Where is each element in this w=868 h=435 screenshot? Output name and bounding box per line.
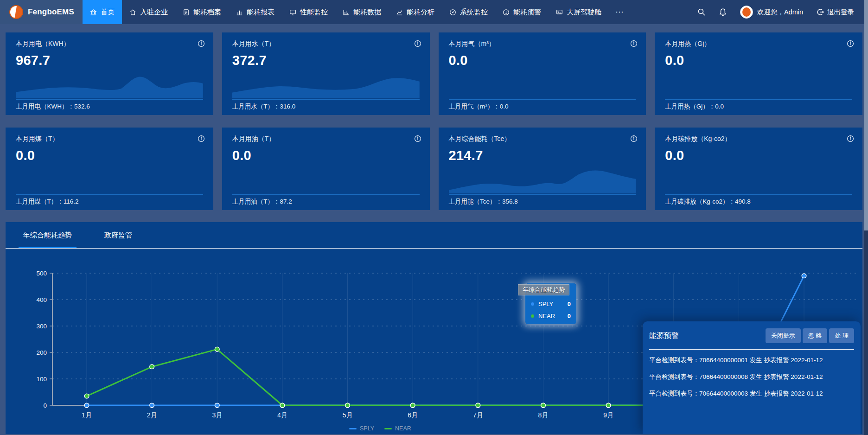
svg-text:0: 0	[43, 402, 47, 409]
stat-card-value: 0.0	[449, 53, 636, 68]
brand: FengboEMS	[0, 0, 83, 24]
info-icon[interactable]	[847, 40, 854, 47]
info-icon[interactable]	[847, 135, 854, 142]
svg-text:3月: 3月	[212, 411, 222, 419]
stat-card-prev-value: 上月用电（KWH）：532.6	[16, 102, 90, 111]
card-divider	[232, 99, 420, 100]
nav-item-label: 系统监控	[460, 8, 488, 17]
card-divider	[16, 194, 203, 195]
tab-gov-supervision[interactable]: 政府监管	[102, 222, 134, 248]
nav-item-dashboard-screen[interactable]: 大屏驾驶舱	[549, 0, 609, 24]
nav-right-cluster: 欢迎您，Admin 退出登录	[697, 0, 868, 24]
logout-icon	[816, 8, 824, 16]
energy-report-icon	[236, 9, 243, 16]
energy-analysis-icon	[396, 9, 403, 16]
info-icon[interactable]	[630, 135, 638, 142]
search-icon[interactable]	[697, 8, 706, 16]
nav-item-label: 能耗分析	[407, 8, 434, 17]
legend-item-sply[interactable]: SPLY	[349, 425, 374, 432]
stat-card-title: 本月用油（T）	[232, 135, 420, 143]
stat-card-prev-value: 上月用煤（T）：116.2	[16, 198, 79, 206]
home-icon	[90, 9, 97, 16]
bell-icon[interactable]	[719, 8, 727, 16]
energy-alarm-icon	[503, 9, 510, 16]
tooltip-series-value: 0	[568, 313, 571, 320]
info-icon[interactable]	[414, 135, 421, 142]
card-divider	[232, 194, 420, 195]
close-tip-button[interactable]: 关闭提示	[766, 328, 801, 343]
info-icon[interactable]	[414, 40, 421, 47]
nav-item-energy-report[interactable]: 能耗报表	[229, 0, 282, 24]
nav-item-energy-alarm[interactable]: 能耗预警	[495, 0, 549, 24]
main-content: 本月用电（KWH）967.7上月用电（KWH）：532.6本月用水（T）372.…	[0, 24, 868, 434]
alert-panel-header: 能源预警 关闭提示忽 略处 理	[649, 328, 854, 343]
alert-message: 平台检测到表号：70664400000001 发生 抄表报警 2022-01-1…	[649, 352, 854, 369]
alert-panel-title: 能源预警	[649, 331, 679, 341]
svg-text:300: 300	[36, 323, 47, 330]
chart-legend: SPLYNEAR	[349, 425, 411, 432]
app-logo-icon	[9, 5, 23, 19]
stat-card-value: 372.7	[232, 53, 420, 68]
stat-card-6: 本月用油（T）0.0上月用油（T）：87.2	[222, 128, 430, 210]
nav-more-button[interactable]: ⋯	[609, 0, 631, 24]
nav-item-energy-data[interactable]: 能耗数据	[335, 0, 389, 24]
tooltip-series-name: NEAR	[538, 313, 555, 320]
stat-card-title: 本月用气（m³）	[449, 40, 636, 48]
legend-item-near[interactable]: NEAR	[384, 425, 411, 432]
stat-card-prev-value: 上月用能（Tce）：356.8	[449, 198, 518, 206]
alert-message: 平台检测到表号：70664400000003 发生 抄表报警 2022-01-1…	[649, 385, 854, 402]
nav-item-energy-archive[interactable]: 能耗档案	[175, 0, 229, 24]
svg-text:100: 100	[36, 376, 47, 383]
nav-item-system-monitor[interactable]: 系统监控	[442, 0, 495, 24]
stat-card-7: 本月综合能耗（Tce）214.7上月用能（Tce）：356.8	[439, 128, 646, 210]
info-icon[interactable]	[630, 40, 638, 47]
stat-card-value: 0.0	[665, 148, 852, 163]
scrollbar-thumb[interactable]	[864, 0, 868, 230]
stat-card-prev-value: 上月用气（m³）：0.0	[449, 102, 509, 111]
svg-text:1月: 1月	[82, 411, 92, 419]
stat-card-title: 本月用煤（T）	[16, 135, 203, 143]
card-divider	[665, 194, 852, 195]
stat-card-2: 本月用水（T）372.7上月用水（T）：316.0	[222, 32, 430, 115]
stat-card-title: 本月用热（Gj）	[665, 40, 852, 48]
nav-item-enterprises[interactable]: 入驻企业	[122, 0, 175, 24]
stat-card-value: 0.0	[16, 148, 203, 163]
top-navbar: FengboEMS 首页入驻企业能耗档案能耗报表性能监控能耗数据能耗分析系统监控…	[0, 0, 868, 24]
performance-monitor-icon	[289, 9, 296, 16]
user-box: 欢迎您，Admin	[740, 6, 803, 19]
info-icon[interactable]	[198, 40, 205, 47]
nav-item-label: 首页	[101, 8, 115, 17]
logout-label: 退出登录	[827, 8, 854, 17]
svg-text:500: 500	[36, 270, 47, 277]
handle-button[interactable]: 处 理	[829, 328, 854, 343]
nav-item-label: 性能监控	[300, 8, 328, 17]
logout-button[interactable]: 退出登录	[816, 8, 854, 17]
nav-item-label: 能耗报表	[247, 8, 274, 17]
nav-item-label: 大屏驾驶舱	[567, 8, 601, 17]
energy-data-icon	[343, 9, 350, 16]
brand-name: FengboEMS	[28, 7, 74, 17]
legend-color-dash	[384, 428, 392, 429]
ignore-button[interactable]: 忽 略	[803, 328, 828, 343]
nav-item-home[interactable]: 首页	[83, 0, 122, 24]
tooltip-series-value: 0	[568, 301, 571, 307]
svg-text:8月: 8月	[538, 411, 549, 419]
tab-year-trend[interactable]: 年综合能耗趋势	[21, 222, 74, 248]
nav-item-performance-monitor[interactable]: 性能监控	[282, 0, 335, 24]
stat-card-prev-value: 上月用水（T）：316.0	[232, 102, 296, 111]
stat-card-8: 本月碳排放（Kg-co2）0.0上月碳排放（Kg-co2）：490.8	[655, 128, 862, 210]
nav-menu: 首页入驻企业能耗档案能耗报表性能监控能耗数据能耗分析系统监控能耗预警大屏驾驶舱	[83, 0, 609, 24]
card-divider	[449, 99, 636, 100]
legend-color-dash	[349, 428, 357, 429]
info-icon[interactable]	[198, 135, 205, 142]
nav-item-energy-analysis[interactable]: 能耗分析	[389, 0, 442, 24]
energy-alert-panel: 能源预警 关闭提示忽 略处 理 平台检测到表号：70664400000001 发…	[643, 321, 861, 434]
vertical-scrollbar[interactable]	[864, 0, 868, 435]
stat-card-title: 本月用水（T）	[232, 40, 420, 48]
stat-card-prev-value: 上月用油（T）：87.2	[232, 198, 292, 206]
sparkline-chart	[449, 165, 636, 193]
avatar[interactable]	[740, 6, 753, 19]
alert-divider	[649, 349, 854, 350]
enterprises-icon	[129, 9, 136, 16]
alert-list: 平台检测到表号：70664400000001 发生 抄表报警 2022-01-1…	[649, 352, 854, 402]
